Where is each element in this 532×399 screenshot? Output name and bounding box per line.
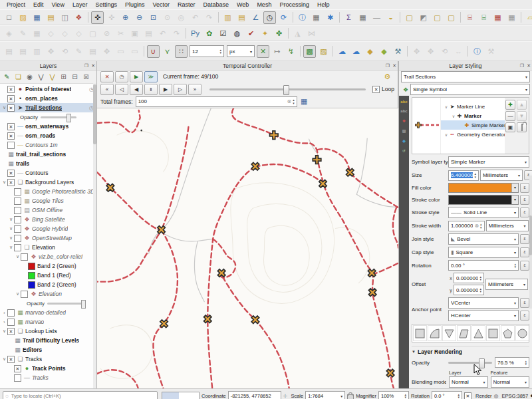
float-panel-icon[interactable]: ❐ bbox=[519, 63, 525, 68]
expander-icon[interactable]: ∨ bbox=[15, 291, 21, 297]
layer-row[interactable]: ∨✕❏Tracks bbox=[0, 354, 96, 364]
layer-row[interactable]: ∨✕➤Trail Sections◷ bbox=[0, 103, 96, 112]
rewind-button[interactable]: « bbox=[100, 84, 114, 95]
menu-layer[interactable]: Layer bbox=[68, 1, 92, 8]
total-frames-spinbox[interactable]: 100⊗▴▾ bbox=[136, 96, 297, 107]
field-calculator-button[interactable]: ✱ bbox=[324, 11, 336, 24]
pan-map-button[interactable]: ✜ bbox=[91, 11, 104, 24]
shape-triangle2-tile[interactable] bbox=[471, 325, 485, 341]
offset-y-spinbox[interactable]: 0.000000▴▾ bbox=[454, 285, 484, 295]
expander-icon[interactable]: ∨ bbox=[8, 245, 14, 250]
opacity-track[interactable] bbox=[41, 116, 76, 118]
layer-blend-mode-combo[interactable]: Normal▾ bbox=[449, 376, 488, 388]
cube-3d-button[interactable]: ◆ bbox=[364, 45, 376, 58]
cap-style-combo[interactable]: ▮Square▾ bbox=[448, 247, 519, 258]
temporal-movie-button[interactable]: ≫ bbox=[144, 71, 158, 82]
layer-checkbox[interactable]: ✕ bbox=[7, 123, 15, 130]
tab-symbology[interactable]: ❖ bbox=[402, 118, 406, 123]
select-features-button[interactable]: ▢ bbox=[403, 11, 416, 24]
expander-icon[interactable]: ∨ bbox=[1, 356, 7, 362]
temporal-animated-button[interactable]: ▶ bbox=[130, 71, 143, 82]
cloud-upload-button[interactable]: ☁ bbox=[350, 45, 362, 58]
renderer-combo[interactable]: Single Symbol▾ bbox=[410, 84, 530, 95]
plugin-bird-button[interactable]: ✿ bbox=[203, 27, 215, 40]
layout-manager-button[interactable]: ◫ bbox=[59, 11, 71, 24]
stroke-style-combo[interactable]: ——Solid Line▾ bbox=[448, 207, 519, 218]
shape-circle-tile[interactable] bbox=[515, 325, 529, 341]
layer-rendering-header[interactable]: ▼ Layer Rendering bbox=[412, 346, 529, 355]
layer-row[interactable]: Band 2 (Green) bbox=[0, 261, 96, 271]
zoom-full-button[interactable]: ⊡ bbox=[147, 11, 160, 24]
menu-view[interactable]: View bbox=[48, 1, 68, 8]
layer-row[interactable]: ∨❖Bing Satellite bbox=[0, 215, 96, 224]
rotation-spinbox[interactable]: 0.00 °▴▾ bbox=[448, 260, 519, 271]
plugin-doublecheck-button[interactable]: ✔ bbox=[245, 27, 257, 40]
offset-unit-combo[interactable]: Millimeters▾ bbox=[485, 279, 528, 290]
offset-x-spinbox[interactable]: 0.000000▴▾ bbox=[454, 273, 484, 283]
menu-processing[interactable]: Processing bbox=[275, 1, 313, 8]
styling-layer-selector[interactable]: Trail Sections▾ bbox=[401, 71, 530, 82]
tab-history[interactable]: ↺ bbox=[402, 148, 406, 153]
play-forward-button[interactable]: ▶ bbox=[159, 84, 172, 95]
join-style-combo[interactable]: ◣Bevel▾ bbox=[448, 233, 519, 245]
layer-checkbox[interactable] bbox=[14, 374, 21, 382]
add-group-button[interactable]: ❏ bbox=[13, 72, 23, 82]
snapping-toggle-button[interactable]: ∪ bbox=[147, 45, 160, 58]
summary-table-button[interactable]: ▦ bbox=[356, 11, 369, 24]
zoom-out-button[interactable]: ⊖ bbox=[133, 11, 146, 24]
layer-row[interactable]: ✕●Track Points bbox=[0, 364, 96, 373]
menu-help[interactable]: Help bbox=[313, 1, 334, 8]
filter-by-expression-button[interactable]: ⋁ bbox=[47, 72, 57, 82]
fast-forward-button[interactable]: » bbox=[188, 84, 201, 95]
layer-row[interactable]: ▦trail_trail_sections bbox=[0, 150, 96, 159]
map-canvas[interactable] bbox=[97, 108, 398, 388]
layer-checkbox[interactable] bbox=[14, 216, 21, 223]
processing-button[interactable]: ✦ bbox=[259, 27, 271, 40]
layer-checkbox[interactable]: ✕ bbox=[7, 104, 15, 112]
stroke-color-swatch[interactable]: ▾ bbox=[448, 195, 519, 205]
opacity-spinbox[interactable]: 76.5 %▴▾ bbox=[495, 357, 529, 368]
trace-offset-button[interactable]: ↯ bbox=[285, 45, 297, 58]
symbol-tree-row[interactable]: ∨➤Marker Line bbox=[441, 102, 505, 111]
expander-icon[interactable]: ∨ bbox=[1, 105, 7, 110]
fill-color-dd-override-button[interactable]: ε bbox=[520, 183, 529, 193]
layer-checkbox[interactable]: ✕ bbox=[7, 170, 15, 177]
edit-map-button[interactable]: ▨ bbox=[317, 45, 330, 58]
layer-row[interactable]: Band 1 (Red) bbox=[0, 271, 96, 280]
select-by-form-button[interactable]: ▢ bbox=[445, 11, 458, 24]
layer-row[interactable]: ▦Trail Difficulty Levels bbox=[0, 336, 96, 345]
save-project-button[interactable]: ▦ bbox=[31, 11, 43, 24]
layer-opacity-slider[interactable]: Opacity bbox=[0, 299, 96, 308]
temporal-off-button[interactable]: ✕ bbox=[100, 71, 114, 82]
temporal-slider-handle[interactable] bbox=[283, 85, 289, 95]
trail-junction-marker[interactable] bbox=[270, 131, 279, 140]
size-spinbox[interactable]: 6.400000▴▾ bbox=[448, 170, 479, 181]
layer-row[interactable]: ∨✕❏Lookup Lists bbox=[0, 327, 96, 336]
shape-triangle-tile[interactable] bbox=[442, 325, 456, 341]
styling-scrollbar[interactable] bbox=[529, 176, 532, 309]
float-panel-icon[interactable]: ❐ bbox=[384, 63, 391, 68]
opacity-handle[interactable] bbox=[66, 114, 71, 122]
close-panel-icon[interactable]: ✕ bbox=[391, 63, 398, 68]
show-bookmarks-button[interactable]: ▤ bbox=[235, 11, 248, 24]
python-console-button[interactable]: Py bbox=[189, 27, 201, 40]
size-unit-combo[interactable]: Millimeters▾ bbox=[480, 170, 523, 181]
check-map-button[interactable]: ▩ bbox=[303, 45, 316, 58]
scale-combo[interactable]: 1:7684▾ bbox=[305, 391, 345, 399]
anchor-h-dd-override-button[interactable]: ε bbox=[520, 311, 529, 321]
label-tool-1-button[interactable]: ▱ bbox=[524, 11, 532, 24]
magnifier-spinbox[interactable]: 100%▴▾ bbox=[378, 391, 409, 399]
lock-color-button[interactable] bbox=[517, 122, 527, 132]
symbol-layer-type-combo[interactable]: Simple Marker▾ bbox=[448, 156, 529, 168]
menu-web[interactable]: Web bbox=[233, 1, 253, 8]
measure-button[interactable]: ∠ bbox=[249, 11, 262, 24]
new-project-button[interactable]: □ bbox=[3, 11, 15, 24]
layer-row[interactable]: —Tracks bbox=[0, 373, 96, 382]
menu-vector[interactable]: Vector bbox=[148, 1, 174, 8]
layer-checkbox[interactable]: ✕ bbox=[7, 356, 15, 363]
layer-checkbox[interactable] bbox=[7, 309, 15, 317]
multi-edit-button[interactable]: ⌸ bbox=[477, 11, 490, 24]
collapse-all-button[interactable]: ⊟ bbox=[70, 72, 80, 82]
locate-search[interactable]: ◌ bbox=[3, 391, 158, 399]
expander-icon[interactable]: ∨ bbox=[444, 132, 449, 137]
